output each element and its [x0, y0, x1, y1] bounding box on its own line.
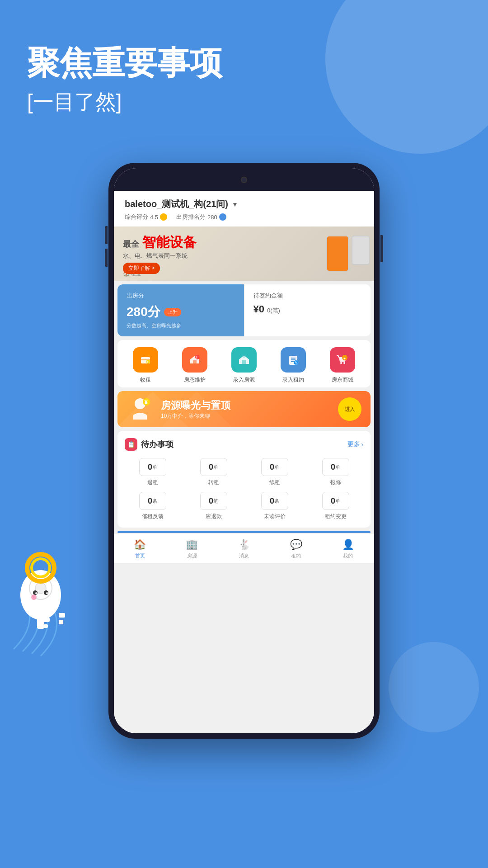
- msg-icon: 🐇: [238, 539, 250, 551]
- action-luru-zu[interactable]: ✎ 录入租约: [275, 347, 311, 384]
- phone-screen: baletoo_测试机_构(21间) ▼ 综合评分 4.5 出房排名分 280: [114, 168, 374, 733]
- shangcheng-icon: ¥: [330, 347, 355, 373]
- mine-icon: 👤: [342, 539, 354, 551]
- svg-text:!: !: [196, 355, 197, 360]
- dropdown-icon[interactable]: ▼: [232, 201, 238, 208]
- todo-xuzu[interactable]: 0单 续租: [247, 458, 302, 486]
- todo-baoxiu[interactable]: 0单 报修: [308, 458, 363, 486]
- shouzu-icon: ¥: [133, 347, 158, 373]
- bg-circle-bottom: [389, 642, 479, 732]
- banner-main-title: 智能设备: [142, 235, 197, 250]
- nav-mine-label: 我的: [343, 552, 353, 559]
- mascot-svg: [0, 523, 99, 667]
- score-number: 280分: [127, 303, 160, 321]
- todo-weiduping[interactable]: 0条 未读评价: [247, 492, 302, 520]
- svg-rect-4: [41, 618, 50, 622]
- tuizu-badge: 0单: [139, 458, 166, 476]
- nav-mine[interactable]: 👤 我的: [322, 537, 374, 561]
- phone-notch: [114, 168, 374, 191]
- quick-actions: ¥ 收租 ! 房态维护: [117, 340, 371, 387]
- svg-rect-14: [59, 620, 63, 624]
- actions-row: ¥ 收租 ! 房态维护: [121, 347, 367, 384]
- header-title: 聚焦重要事项: [27, 45, 222, 81]
- todo-zuyuebiangeng[interactable]: 0单 租约变更: [308, 492, 363, 520]
- zuyue-icon: 💬: [290, 539, 302, 551]
- banner-text: 最全 智能设备 水、电、燃气表同一系统 立即了解 >: [123, 233, 197, 274]
- promo-banner[interactable]: ¥ 房源曝光与置顶 10万中介，等你来聊 进入: [117, 391, 371, 427]
- score-desc: 分数越高、空房曝光越多: [127, 322, 235, 329]
- todo-tuizu[interactable]: 0单 退租: [125, 458, 180, 486]
- action-luru-fang[interactable]: 录入房源: [226, 347, 262, 384]
- rank-value: 280: [207, 214, 217, 221]
- weiduping-label: 未读评价: [264, 513, 286, 520]
- row-gap: [125, 486, 363, 492]
- zuyuebiangeng-badge: 0单: [322, 492, 349, 510]
- rank-icon: [219, 213, 226, 221]
- todo-section: 📋 待办事项 更多 › 0单: [117, 431, 371, 528]
- volume-down-button: [105, 249, 108, 267]
- todo-title: 待办事项: [141, 439, 174, 450]
- luru-fang-label: 录入房源: [233, 376, 255, 384]
- cuizu-badge: 0条: [139, 492, 166, 510]
- nav-fang-label: 房源: [187, 552, 197, 559]
- nav-zuyue-label: 租约: [291, 552, 301, 559]
- score-badge: 上升: [164, 308, 181, 316]
- banner[interactable]: 最全 智能设备 水、电、燃气表同一系统 立即了解 > 🏠 租宝: [114, 226, 374, 281]
- zhuanzu-label: 转租: [208, 479, 219, 486]
- shouzu-label: 收租: [140, 376, 151, 384]
- score-card-title: 出房分: [127, 292, 235, 300]
- pending-amount: ¥0: [253, 303, 264, 315]
- svg-point-10: [31, 594, 37, 600]
- pending-sign-card: 待签约金额 ¥0 0(笔): [244, 284, 371, 336]
- power-button: [380, 235, 383, 262]
- banner-prefix: 最全: [123, 240, 139, 249]
- home-icon: 🏠: [134, 539, 146, 551]
- device-1: [326, 236, 349, 272]
- app-header: baletoo_测试机_构(21间) ▼ 综合评分 4.5 出房排名分 280: [114, 191, 374, 226]
- pending-sign-title: 待签约金额: [253, 292, 362, 300]
- action-shouzu[interactable]: ¥ 收租: [127, 347, 164, 384]
- nav-msg[interactable]: 🐇 消息: [218, 537, 270, 561]
- screen-content: baletoo_测试机_构(21间) ▼ 综合评分 4.5 出房排名分 280: [114, 191, 374, 733]
- todo-more[interactable]: 更多 ›: [347, 440, 363, 448]
- score-star-icon: [160, 213, 167, 221]
- stats-row: 出房分 280分 上升 分数越高、空房曝光越多 待签约金额 ¥0 0(笔): [117, 284, 371, 336]
- notch-cutout: [203, 172, 285, 188]
- luru-fang-icon: [231, 347, 257, 373]
- todo-zhuanzu[interactable]: 0单 转租: [186, 458, 241, 486]
- todo-title-group: 📋 待办事项: [125, 438, 174, 451]
- fangtai-label: 房态维护: [184, 376, 206, 384]
- app-title-row: baletoo_测试机_构(21间) ▼: [125, 198, 363, 210]
- score-display: 280分 上升: [127, 303, 235, 321]
- header-section: 聚焦重要事项 [一目了然]: [27, 45, 222, 116]
- todo-cuizu[interactable]: 0条 催租反馈: [125, 492, 180, 520]
- rank-label: 出房排名分: [176, 213, 206, 221]
- todo-icon: 📋: [125, 438, 137, 451]
- xuzu-label: 续租: [269, 479, 280, 486]
- banner-cta[interactable]: 立即了解 >: [123, 263, 160, 274]
- todo-grid-row1: 0单 退租 0单 转租 0单: [125, 458, 363, 486]
- nav-home[interactable]: 🏠 首页: [114, 537, 166, 561]
- camera: [241, 177, 247, 183]
- nav-home-label: 首页: [135, 552, 145, 559]
- action-fangtai[interactable]: ! 房态维护: [177, 347, 213, 384]
- zhuanzu-badge: 0单: [200, 458, 227, 476]
- nav-fang[interactable]: 🏢 房源: [166, 537, 218, 561]
- svg-marker-35: [161, 392, 232, 427]
- svg-text:¥: ¥: [343, 356, 346, 360]
- score-label: 综合评分: [125, 213, 148, 221]
- banner-subtitle: 水、电、燃气表同一系统: [123, 252, 197, 260]
- app-title[interactable]: baletoo_测试机_构(21间): [125, 198, 228, 210]
- luru-zu-label: 录入租约: [282, 376, 304, 384]
- nav-zuyue[interactable]: 💬 租约: [270, 537, 322, 561]
- action-shangcheng[interactable]: ¥ 房东商城: [324, 347, 361, 384]
- score-card: 出房分 280分 上升 分数越高、空房曝光越多: [117, 284, 244, 336]
- svg-point-8: [35, 592, 37, 594]
- nav-msg-label: 消息: [239, 552, 249, 559]
- banner-devices: [326, 236, 370, 272]
- svg-point-9: [46, 592, 48, 594]
- fang-icon: 🏢: [186, 539, 198, 551]
- rank-item: 出房排名分 280: [176, 213, 226, 221]
- todo-yingtuikuan[interactable]: 0笔 应退款: [186, 492, 241, 520]
- pending-count: 0(笔): [267, 307, 280, 315]
